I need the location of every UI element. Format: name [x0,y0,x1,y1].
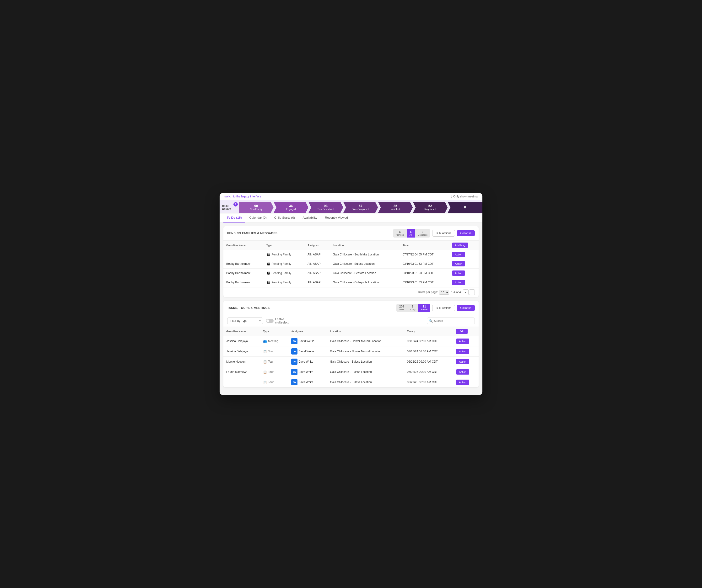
nav-tab-4[interactable]: Recently Viewed [322,213,351,223]
type-cell: 👨‍👩‍👧Pending Family [263,259,305,269]
pending-collapse-button[interactable]: Collapse [457,230,475,236]
assignee-cell: All / ASAP [305,250,330,259]
nav-tab-2[interactable]: Child Starts (0) [271,213,299,223]
multiselect-label: Enablemultiselect [275,317,288,324]
pill-future[interactable]: 11 Future [419,304,430,312]
time-cell: 08/16/24 08:00 AM CDT [404,346,453,357]
action-button[interactable]: Action [456,380,469,385]
only-show-checkbox[interactable] [449,195,452,198]
assignee-cell: All / ASAP [305,259,330,269]
add-msg-button[interactable]: Add Msg [452,243,468,248]
time-cell: 03/10/23 01:53 PM CDT [400,259,449,269]
tasks-col-type: Type [260,327,288,336]
table-row: Jessica Delajoya 📋Tour DW David Weiss Ga… [223,346,479,357]
pending-bulk-actions-button[interactable]: Bulk Actions [432,230,455,237]
nav-tab-1[interactable]: Calendar (0) [246,213,270,223]
guardian-name: Bobby Bartholmew [223,259,263,269]
child-counts-badge: 1 [233,202,238,206]
pipeline-stage-2[interactable]: 93Tour Scheduled [308,202,343,213]
assignee-cell: DW Dave White [288,357,327,367]
action-button[interactable]: Action [456,369,469,375]
avatar: DW [291,369,298,375]
pill-all[interactable]: 4 All [407,229,415,238]
pipeline-stage-4[interactable]: 85Wait List [378,202,413,213]
pipeline-stage-6[interactable]: 0 [448,202,482,213]
pending-pagination: Rows per page: 10 25 50 1-4 of 4 ‹ › [223,287,479,297]
filter-wrap: Filter By Type Meeting Tour ▼ [227,317,263,324]
action-button[interactable]: Action [452,280,465,285]
action-button[interactable]: Action [456,359,469,364]
location-cell: Gaia Childcare - Flower Mound Location [327,336,404,346]
type-cell: 📋Tour [260,357,288,367]
location-cell: Gaia Childcare - Euless Location [327,377,404,388]
search-icon: 🔍 [429,319,433,323]
top-bar: switch to the legacy interface Only show… [220,193,482,200]
app-container: switch to the legacy interface Only show… [220,193,482,395]
pill-past[interactable]: 206 Past [396,304,407,312]
pipeline-stage-3[interactable]: 57Tour Completed [343,202,378,213]
main-content: PENDING FAMILIES & MESSAGES 4 Families 4… [220,223,482,395]
location-cell: Gaia Childcare - Euless Location [330,259,400,269]
nav-tab-0[interactable]: To Do (15) [223,213,245,223]
pending-col-time: Time ↑ [400,241,449,250]
pill-today[interactable]: 1 Today [407,304,419,312]
assignee-cell: DW Dave White [288,367,327,377]
time-cell: 03/10/23 01:53 PM CDT [400,269,449,278]
pending-col-assignee: Assignee [305,241,330,250]
time-cell: 06/22/25 09:00 AM CDT [404,357,453,367]
pipeline-stage-1[interactable]: 36Engaged [273,202,309,213]
avatar: DW [291,358,298,365]
pending-section: PENDING FAMILIES & MESSAGES 4 Families 4… [223,226,479,297]
pipeline-row: ChildCounts 1 90New Family36Engaged93Tou… [220,202,482,213]
prev-page-button[interactable]: ‹ [463,289,469,295]
nav-tab-3[interactable]: Availability [300,213,321,223]
time-cell: 02/12/24 08:00 AM CDT [404,336,453,346]
assignee-name: Dave White [299,370,313,374]
action-cell: Action [453,357,479,367]
pipeline-stage-5[interactable]: 52Registered [413,202,448,213]
action-cell: Action [453,367,479,377]
pill-messages[interactable]: 0 Messages [415,229,430,238]
assignee-cell: All / ASAP [305,278,330,287]
type-cell: 👨‍👩‍👧Pending Family [263,269,305,278]
rows-per-page-label: Rows per page: 10 25 50 [418,290,449,295]
nav-tabs: To Do (15)Calendar (0)Child Starts (0)Av… [220,213,482,223]
tasks-collapse-button[interactable]: Collapse [457,305,475,311]
action-button[interactable]: Action [456,338,469,344]
guardian-name: Bobby Bartholmew [223,278,263,287]
pipeline-stage-0[interactable]: 90New Family [239,202,273,213]
table-row: Bobby Bartholmew 👨‍👩‍👧Pending Family All… [223,278,479,287]
assignee-name: David Weiss [299,350,314,353]
pending-col-action: Add Msg [449,241,479,250]
action-button[interactable]: Action [452,252,465,257]
next-page-button[interactable]: › [469,289,475,295]
tasks-col-location: Location [327,327,404,336]
legacy-link[interactable]: switch to the legacy interface [224,195,261,198]
table-row: 👨‍👩‍👧Pending Family All / ASAP Gaia Chil… [223,250,479,259]
tasks-col-guardian: Guardian Name [223,327,260,336]
tasks-table: Guardian Name Type Assignee Location Tim… [223,327,479,388]
tasks-bulk-actions-button[interactable]: Bulk Actions [432,305,455,311]
add-button[interactable]: Add [456,329,468,334]
multiselect-switch[interactable] [266,319,273,323]
avatar: DW [291,379,298,385]
rows-per-page-select[interactable]: 10 25 50 [439,290,449,295]
pagination-nav: ‹ › [463,289,475,295]
action-button[interactable]: Action [456,349,469,354]
tasks-pills: 206 Past 1 Today 11 Future [396,304,430,312]
time-cell: 06/27/25 08:00 AM CDT [404,377,453,388]
location-cell: Gaia Childcare - Euless Location [327,367,404,377]
action-cell: Action [453,336,479,346]
pending-pills: 4 Families 4 All 0 Messages [393,229,430,238]
multiselect-toggle: Enablemultiselect [266,317,288,324]
action-cell: Action [449,259,479,269]
action-button[interactable]: Action [452,271,465,276]
type-cell: 👨‍👩‍👧Pending Family [263,278,305,287]
search-input[interactable] [427,317,475,324]
location-cell: Gaia Childcare - Euless Location [327,357,404,367]
pill-families[interactable]: 4 Families [393,229,407,238]
table-row: Laurie Matthews 📋Tour DW Dave White Gaia… [223,367,479,377]
table-row: Bobby Bartholmew 👨‍👩‍👧Pending Family All… [223,269,479,278]
filter-by-type-select[interactable]: Filter By Type Meeting Tour [227,317,263,324]
action-button[interactable]: Action [452,261,465,266]
